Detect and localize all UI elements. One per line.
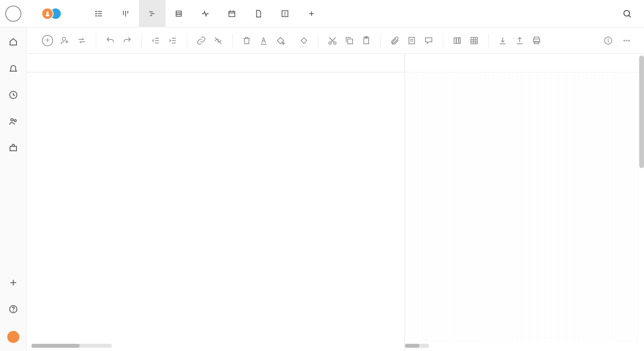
svg-point-29 bbox=[11, 119, 13, 121]
svg-point-7 bbox=[96, 15, 97, 16]
svg-point-5 bbox=[96, 11, 97, 12]
svg-rect-62 bbox=[471, 37, 477, 44]
svg-rect-59 bbox=[454, 38, 456, 43]
app-logo[interactable] bbox=[5, 6, 21, 22]
app-header bbox=[0, 0, 644, 27]
svg-point-75 bbox=[628, 40, 630, 41]
tb-grid-icon[interactable] bbox=[469, 35, 479, 46]
rail-portfolio-icon[interactable] bbox=[8, 143, 18, 154]
tb-paste-icon[interactable] bbox=[361, 35, 372, 46]
view-calendar-icon[interactable] bbox=[219, 0, 245, 27]
svg-point-72 bbox=[608, 39, 609, 39]
tb-print-icon[interactable] bbox=[531, 35, 542, 46]
svg-point-35 bbox=[13, 311, 13, 312]
rail-team-icon[interactable] bbox=[8, 117, 18, 128]
tb-link-icon[interactable] bbox=[196, 35, 206, 46]
svg-rect-31 bbox=[10, 146, 17, 151]
svg-point-23 bbox=[285, 15, 285, 15]
svg-rect-61 bbox=[459, 38, 460, 43]
view-file-icon[interactable] bbox=[245, 0, 272, 27]
rail-notifications-icon[interactable] bbox=[8, 64, 18, 75]
svg-rect-17 bbox=[229, 11, 235, 16]
svg-point-74 bbox=[626, 40, 627, 41]
tb-milestone-icon[interactable] bbox=[299, 35, 309, 46]
tb-paint-icon[interactable] bbox=[275, 35, 286, 46]
tb-info-icon[interactable] bbox=[603, 35, 613, 46]
tb-outdent-icon[interactable] bbox=[151, 35, 161, 46]
view-list-icon[interactable] bbox=[86, 0, 112, 27]
svg-point-6 bbox=[96, 13, 97, 14]
gantt-timescale bbox=[405, 54, 644, 72]
avatar-1[interactable] bbox=[41, 8, 54, 20]
left-rail bbox=[0, 27, 27, 351]
gantt-vscroll[interactable] bbox=[639, 55, 644, 168]
toolbar: + bbox=[27, 27, 644, 54]
tb-notes-icon[interactable] bbox=[407, 35, 417, 46]
svg-rect-14 bbox=[176, 11, 182, 16]
tb-loop-icon[interactable] bbox=[76, 35, 87, 46]
svg-rect-53 bbox=[348, 39, 353, 44]
svg-line-27 bbox=[629, 15, 631, 17]
search-icon[interactable] bbox=[622, 9, 632, 20]
tb-cut-icon[interactable] bbox=[327, 35, 338, 46]
svg-rect-1 bbox=[46, 14, 50, 16]
svg-point-26 bbox=[624, 10, 630, 16]
task-grid bbox=[27, 54, 405, 351]
rail-add-icon[interactable] bbox=[8, 278, 18, 289]
view-activity-icon[interactable] bbox=[192, 0, 219, 27]
view-risk-icon[interactable] bbox=[272, 0, 298, 27]
tb-columns-icon[interactable] bbox=[452, 35, 462, 46]
tb-import-icon[interactable] bbox=[497, 35, 508, 46]
gantt-hscroll[interactable] bbox=[405, 344, 429, 348]
svg-point-0 bbox=[46, 11, 49, 14]
svg-point-30 bbox=[14, 120, 16, 122]
rail-home-icon[interactable] bbox=[8, 37, 18, 48]
svg-point-47 bbox=[283, 43, 284, 44]
gantt-chart[interactable] bbox=[405, 54, 644, 351]
tb-delete-icon[interactable] bbox=[242, 35, 252, 46]
rail-help-icon[interactable] bbox=[8, 304, 18, 316]
grid-body[interactable] bbox=[27, 72, 405, 351]
tb-indent-icon[interactable] bbox=[167, 35, 178, 46]
tb-attach-icon[interactable] bbox=[390, 35, 400, 46]
svg-point-36 bbox=[62, 37, 66, 41]
tb-unlink-icon[interactable] bbox=[213, 35, 223, 46]
content-area bbox=[27, 54, 644, 351]
tb-export-up-icon[interactable] bbox=[514, 35, 525, 46]
view-sheet-icon[interactable] bbox=[165, 0, 192, 27]
view-tabs bbox=[86, 0, 325, 27]
view-gantt-icon[interactable] bbox=[139, 0, 165, 27]
svg-rect-60 bbox=[456, 38, 458, 43]
tb-undo-icon[interactable] bbox=[105, 35, 116, 46]
tb-add-task-icon[interactable]: + bbox=[42, 35, 53, 46]
tb-textcolor-icon[interactable] bbox=[258, 35, 269, 46]
rail-time-icon[interactable] bbox=[8, 90, 18, 101]
project-avatars[interactable] bbox=[41, 8, 62, 20]
tb-assign-icon[interactable] bbox=[60, 35, 70, 46]
rail-user-avatar[interactable] bbox=[7, 331, 19, 343]
view-board-icon[interactable] bbox=[112, 0, 139, 27]
svg-point-73 bbox=[623, 40, 625, 41]
tb-comment-icon[interactable] bbox=[423, 35, 434, 46]
view-add-icon[interactable] bbox=[298, 0, 325, 27]
grid-header bbox=[27, 54, 405, 72]
tb-more-icon[interactable] bbox=[621, 35, 632, 46]
tb-copy-icon[interactable] bbox=[344, 35, 355, 46]
tb-redo-icon[interactable] bbox=[122, 35, 132, 46]
grid-hscroll[interactable] bbox=[31, 344, 112, 348]
svg-rect-48 bbox=[301, 37, 307, 43]
